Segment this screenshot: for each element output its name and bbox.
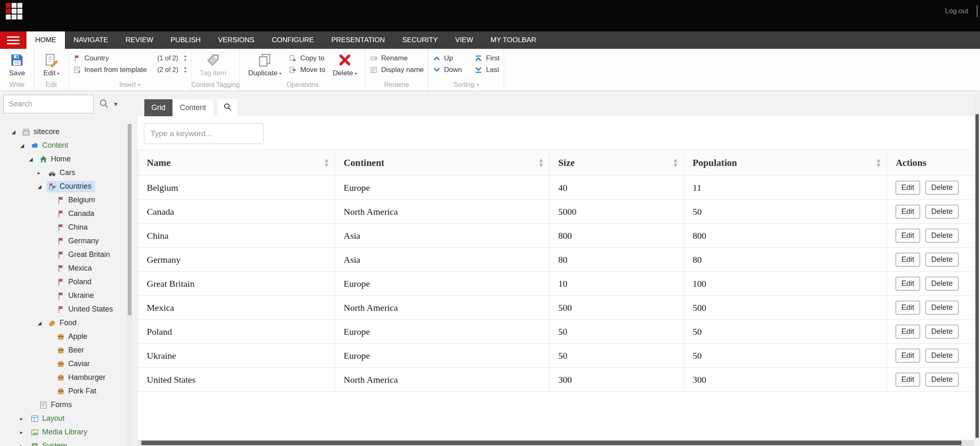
sort-last-button[interactable]: Last xyxy=(474,66,500,74)
save-button[interactable]: Save xyxy=(4,51,30,77)
edit-button[interactable]: Edit xyxy=(896,349,920,362)
expand-icon[interactable]: ▸ xyxy=(38,170,46,176)
sort-icon[interactable]: ▵▿ xyxy=(540,158,543,167)
logout-link[interactable]: Log out xyxy=(945,7,968,15)
tree-item-apple[interactable]: Apple xyxy=(0,330,127,343)
delete-button[interactable]: Delete xyxy=(925,349,958,362)
ribbon-tab-review[interactable]: REVIEW xyxy=(117,31,162,49)
sort-icon[interactable]: ▵▿ xyxy=(877,158,880,167)
tab-grid[interactable]: Grid xyxy=(144,99,172,116)
ribbon-tab-presentation[interactable]: PRESENTATION xyxy=(323,31,394,49)
ribbon-tab-my-toolbar[interactable]: MY TOOLBAR xyxy=(482,31,545,49)
tab-search[interactable] xyxy=(218,99,237,116)
tree-item-content[interactable]: ◢Content xyxy=(0,139,127,152)
ribbon-tab-versions[interactable]: VERSIONS xyxy=(209,31,263,49)
tree-item-layout[interactable]: ▸Layout xyxy=(0,412,127,425)
tree-item-food[interactable]: ◢Food xyxy=(0,316,127,330)
tree-item-poland[interactable]: Poland xyxy=(0,275,127,289)
insert-from-template-spinner[interactable]: ▲▼ xyxy=(184,66,187,74)
edit-button[interactable]: Edit xyxy=(896,373,920,386)
tree-item-belgium[interactable]: Belgium xyxy=(0,193,127,207)
edit-button[interactable]: Edit xyxy=(896,181,920,194)
search-options-dropdown[interactable]: ▾ xyxy=(114,100,117,108)
delete-button[interactable]: Delete xyxy=(925,181,958,194)
tag-item-button[interactable]: Tag item xyxy=(196,51,230,77)
tree-item-beer[interactable]: Beer xyxy=(0,343,127,357)
sort-up-button[interactable]: Up xyxy=(433,54,462,62)
collapse-icon[interactable]: ◢ xyxy=(38,320,46,326)
tree-item-cars[interactable]: ▸Cars xyxy=(0,166,127,180)
tab-content[interactable]: Content xyxy=(173,99,213,116)
ribbon-tab-configure[interactable]: CONFIGURE xyxy=(263,31,323,49)
vertical-scrollbar-thumb[interactable] xyxy=(975,114,979,438)
tree-item-great-britain[interactable]: Great Britain xyxy=(0,248,127,261)
tree-item-media-library[interactable]: ▸Media Library xyxy=(0,425,127,439)
tree-item-ukraine[interactable]: Ukraine xyxy=(0,289,127,302)
delete-button[interactable]: Delete xyxy=(925,205,958,218)
insert-from-template-button[interactable]: Insert from template (2 of 2) ▲▼ xyxy=(73,66,187,74)
keyword-filter-input[interactable] xyxy=(144,123,264,144)
search-input[interactable] xyxy=(3,95,93,113)
sort-icon[interactable]: ▵▿ xyxy=(674,158,677,167)
delete-button[interactable]: Delete xyxy=(925,325,958,338)
group-launcher-icon[interactable]: ▾ xyxy=(476,82,480,87)
search-button[interactable] xyxy=(98,98,109,110)
collapse-icon[interactable]: ◢ xyxy=(12,129,20,135)
insert-country-button[interactable]: Country (1 of 2) ▲▼ xyxy=(73,54,187,62)
collapse-icon[interactable]: ◢ xyxy=(29,156,38,162)
delete-button[interactable]: Delete▾ xyxy=(329,51,361,77)
tree-item-china[interactable]: China xyxy=(0,221,127,234)
delete-button[interactable]: Delete xyxy=(925,229,958,242)
duplicate-button[interactable]: Duplicate▾ xyxy=(244,51,285,77)
edit-button[interactable]: Edit xyxy=(896,229,920,242)
rename-button[interactable]: Rename xyxy=(370,54,424,62)
tree-item-caviar[interactable]: Caviar xyxy=(0,357,127,371)
expand-icon[interactable]: ▸ xyxy=(20,416,29,422)
insert-country-spinner[interactable]: ▲▼ xyxy=(184,55,187,62)
delete-button[interactable]: Delete xyxy=(925,253,958,266)
collapse-icon[interactable]: ◢ xyxy=(20,143,29,149)
copy-to-button[interactable]: Copy to xyxy=(289,54,325,62)
tree-item-sitecore[interactable]: ◢sitecore xyxy=(0,125,127,139)
column-header-population[interactable]: Population▵▿ xyxy=(684,150,887,176)
delete-button[interactable]: Delete xyxy=(925,277,958,290)
collapse-icon[interactable]: ◢ xyxy=(38,184,46,189)
sort-first-button[interactable]: First xyxy=(474,54,500,62)
edit-button[interactable]: Edit xyxy=(896,277,920,290)
column-header-name[interactable]: Name▵▿ xyxy=(138,150,335,176)
group-launcher-icon[interactable]: ▾ xyxy=(137,82,141,87)
delete-button[interactable]: Delete xyxy=(925,301,958,314)
edit-button[interactable]: Edit xyxy=(896,325,920,338)
column-header-continent[interactable]: Continent▵▿ xyxy=(335,150,550,176)
tree-item-system[interactable]: ▸System xyxy=(0,439,127,446)
edit-button[interactable]: Edit xyxy=(896,301,920,314)
edit-button[interactable]: Edit xyxy=(896,205,920,218)
menu-button[interactable] xyxy=(0,31,26,49)
ribbon-tab-security[interactable]: SECURITY xyxy=(394,31,447,49)
ribbon-tab-home[interactable]: HOME xyxy=(26,31,65,49)
tree-item-united-states[interactable]: United States xyxy=(0,302,127,316)
tree-item-hamburger[interactable]: Hamburger xyxy=(0,371,127,384)
tree-item-forms[interactable]: Forms xyxy=(0,398,127,412)
edit-button[interactable]: Edit xyxy=(896,253,920,266)
expand-icon[interactable]: ▸ xyxy=(20,429,29,435)
tree-item-canada[interactable]: Canada xyxy=(0,207,127,221)
tree-item-home[interactable]: ◢Home xyxy=(0,152,127,166)
delete-button[interactable]: Delete xyxy=(925,373,958,386)
tree-item-germany[interactable]: Germany xyxy=(0,234,127,248)
column-header-size[interactable]: Size▵▿ xyxy=(550,150,684,176)
ribbon-tab-publish[interactable]: PUBLISH xyxy=(162,31,210,49)
edit-dropdown-button[interactable]: Edit▾ xyxy=(38,51,64,77)
tree-item-mexica[interactable]: Mexica xyxy=(0,261,127,275)
expand-icon[interactable]: ▸ xyxy=(20,443,29,446)
ribbon-tab-navigate[interactable]: NAVIGATE xyxy=(65,31,117,49)
ribbon-tab-view[interactable]: VIEW xyxy=(447,31,482,49)
tree-item-countries[interactable]: ◢Countries xyxy=(0,180,127,193)
move-to-button[interactable]: Move to xyxy=(289,66,325,74)
horizontal-scrollbar-thumb[interactable] xyxy=(141,441,961,445)
sort-down-button[interactable]: Down xyxy=(433,66,462,74)
tree-scrollbar-thumb[interactable] xyxy=(128,124,131,315)
tree-item-pork-fat[interactable]: Pork Fat xyxy=(0,384,127,398)
display-name-button[interactable]: Display name xyxy=(370,66,424,74)
sort-icon[interactable]: ▵▿ xyxy=(325,158,328,167)
